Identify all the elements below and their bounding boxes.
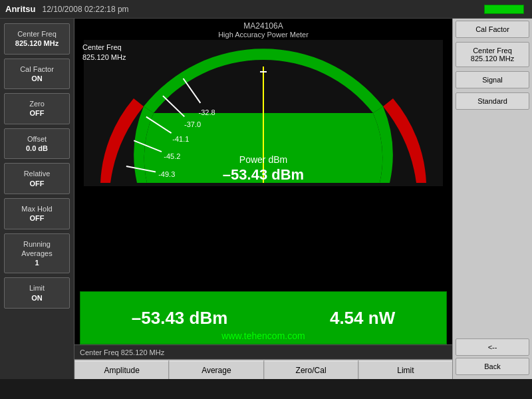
bottom-btn-zero-cal[interactable]: Zero/Cal [264,360,358,379]
readout-dbm: –53.43 dBm [132,308,228,329]
power-unit-label: Power dBm [239,154,287,165]
sidebar-btn-cal-factor[interactable]: Cal Factor ON [4,59,70,90]
sidebar-value-max-hold: OFF [7,213,66,223]
right-btn-standard[interactable]: Standard [456,92,529,110]
status-bar: Center Freq 825.120 MHz [74,344,452,359]
sidebar-btn-zero[interactable]: Zero OFF [4,93,70,124]
sidebar-btn-max-hold[interactable]: Max Hold OFF [4,198,70,229]
bottom-toolbar: AmplitudeAverageZero/CalLimit [74,359,452,379]
sidebar-label-running-avg: Running Averages [7,239,66,259]
right-btn-cal-factor-right[interactable]: Cal Factor [456,21,529,38]
sidebar-label-zero: Zero [7,99,66,108]
cf-line1: Center Freq [82,43,126,53]
right-btn-center-freq-right[interactable]: Center Freq825.120 MHz [456,42,529,67]
tick-label-10: -32.8 [199,108,215,116]
bottom-btn-average[interactable]: Average [169,360,263,379]
sidebar-btn-center-freq[interactable]: Center Freq 825.120 MHz [4,23,70,55]
sidebar-btn-relative[interactable]: Relative OFF [4,163,70,194]
bottom-btn-limit-btn[interactable]: Limit [358,360,452,379]
left-sidebar: Center Freq 825.120 MHzCal Factor ONZero… [0,19,74,379]
analog-meter: -74.0-69.9-65.8-61.7-57.5-53.4-49.3-45.2… [80,40,447,186]
right-btn-label-standard: Standard [459,97,526,105]
sidebar-label-max-hold: Max Hold [7,204,66,213]
cf-line2: 825.120 MHz [82,53,126,63]
right-btn-label-cal-factor-right: Cal Factor [459,25,526,33]
right-btn-label-signal: Signal [459,76,526,84]
readout-area: –53.43 dBm 4.54 nW www.tehencom.com [80,291,447,344]
tick-label-8: -41.1 [172,135,189,143]
center-panel: MA24106A High Accuracy Power Meter Cente… [74,19,452,379]
sidebar-label-cal-factor: Cal Factor [7,65,66,74]
readout-nw: 4.54 nW [330,308,395,329]
device-description: High Accuracy Power Meter [74,31,452,39]
sidebar-btn-running-avg[interactable]: Running Averages 1 [4,233,70,274]
tick-label-6: -49.3 [158,170,175,178]
device-model: MA24106A [74,21,452,31]
logo: Anritsu [5,4,36,14]
center-freq-display: Center Freq 825.120 MHz [80,40,128,66]
analog-big-value: –53.43 dBm [223,166,304,183]
sidebar-value-zero: OFF [7,108,66,118]
sidebar-label-limit: Limit [7,283,66,293]
sidebar-value-cal-factor: ON [7,74,66,83]
right-sidebar-spacer [453,112,532,336]
main-area: Center Freq 825.120 MHzCal Factor ONZero… [0,19,532,379]
bottom-btn-amplitude[interactable]: Amplitude [74,360,169,379]
header: Anritsu 12/10/2008 02:22:18 pm [0,0,532,19]
sidebar-value-running-avg: 1 [7,258,66,267]
sidebar-value-offset: 0.0 dB [7,144,66,153]
device-info: MA24106A High Accuracy Power Meter [74,19,452,40]
status-text: Center Freq 825.120 MHz [80,348,164,356]
right-sidebar: Cal FactorCenter Freq825.120 MHzSignalSt… [452,19,532,379]
tick-label-9: -37.0 [184,120,201,128]
right-btn-label-center-freq-right: Center Freq [459,47,526,55]
datetime: 12/10/2008 02:22:18 pm [43,5,485,14]
sidebar-value-center-freq: 825.120 MHz [7,39,66,48]
sidebar-btn-offset[interactable]: Offset 0.0 dB [4,128,70,160]
sidebar-btn-limit[interactable]: Limit ON [4,277,70,309]
sidebar-label-offset: Offset [7,134,66,144]
sidebar-value-relative: OFF [7,179,66,188]
sidebar-label-center-freq: Center Freq [7,29,66,39]
arrow-btn[interactable]: <-- [456,338,529,356]
back-button[interactable]: Back [456,358,529,375]
sidebar-value-limit: ON [7,293,66,303]
tick-label-7: -45.2 [164,152,180,160]
meter-wrapper: Center Freq 825.120 MHz [80,40,447,291]
right-btn-signal[interactable]: Signal [456,71,529,88]
right-btn-sub-center-freq-right: 825.120 MHz [459,55,526,63]
signal-indicator [484,5,524,14]
website-text: www.tehencom.com [80,328,446,341]
sidebar-label-relative: Relative [7,169,66,178]
